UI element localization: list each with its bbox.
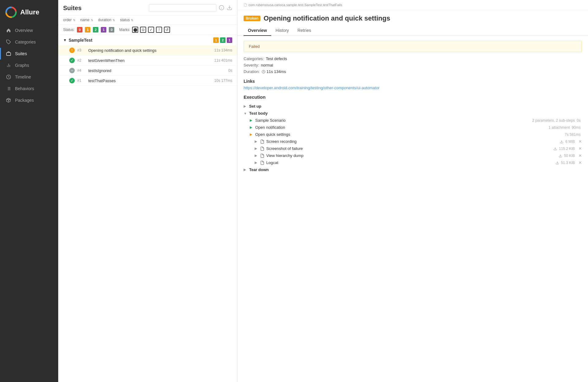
test-row[interactable]: ✓ #1 testThatPasses 10s 177ms bbox=[58, 76, 237, 86]
attachment-screenshot-failure[interactable]: ▶ Screenshot of failure 115.2 KiB ✕ bbox=[244, 145, 582, 152]
svg-line-13 bbox=[8, 99, 9, 100]
col-status[interactable]: status ⇅ bbox=[120, 18, 133, 22]
sidebar-item-categories[interactable]: Categories bbox=[0, 36, 58, 48]
attachment-name: Screenshot of failure bbox=[266, 146, 552, 151]
attachment-view-hierarchy[interactable]: ▶ View hierarchy dump 50 KiB ✕ bbox=[244, 152, 582, 159]
allure-logo-icon bbox=[5, 6, 17, 18]
attachment-size: 51.3 KiB bbox=[561, 161, 575, 165]
sidebar: Allure Overview Categories Suites Graphs bbox=[0, 0, 58, 382]
test-row[interactable]: ✓ #2 testGivenWhenThen 11s 401ms bbox=[58, 55, 237, 66]
app-name: Allure bbox=[20, 8, 39, 16]
status-badge-unknown[interactable]: 0 bbox=[109, 27, 114, 32]
links-section: Links https://developer.android.com/trai… bbox=[244, 79, 582, 90]
setup-row[interactable]: ▶ Set up bbox=[244, 103, 582, 110]
attachment-size: 6 MiB bbox=[565, 139, 575, 144]
mark-muted[interactable]: ⊙ bbox=[140, 27, 146, 33]
test-number: #2 bbox=[77, 58, 86, 63]
chevron-right-icon: ▶ bbox=[250, 125, 253, 129]
marks-bar: Marks: ⬤ ⊙ ✓ ! ↺ bbox=[119, 27, 170, 33]
col-name[interactable]: name ⇅ bbox=[80, 18, 93, 22]
sidebar-item-overview[interactable]: Overview bbox=[0, 25, 58, 36]
teardown-row[interactable]: ▶ Tear down bbox=[244, 166, 582, 173]
suite-group-header[interactable]: ▼ SampleTest 1 2 1 bbox=[58, 35, 237, 45]
suite-group: ▼ SampleTest 1 2 1 ! #3 Opening notifica… bbox=[58, 35, 237, 86]
exec-step-duration: 0s bbox=[577, 118, 582, 123]
suite-badges: 1 2 1 bbox=[213, 37, 232, 43]
download-icon[interactable] bbox=[227, 5, 232, 11]
download-icon bbox=[556, 161, 559, 165]
exec-step-open-quick-settings[interactable]: ▶ Open quick settings 7s 581ms bbox=[244, 131, 582, 138]
close-icon[interactable]: ✕ bbox=[579, 153, 582, 158]
exec-step-open-notification[interactable]: ▶ Open notification 1 attachment 90ms bbox=[244, 124, 582, 131]
tag-icon bbox=[6, 39, 11, 45]
mark-known[interactable]: ✓ bbox=[148, 27, 154, 33]
close-icon[interactable]: ✕ bbox=[579, 139, 582, 144]
attachment-name: Screen recording bbox=[266, 139, 558, 144]
sort-duration-icon: ⇅ bbox=[112, 18, 115, 22]
test-duration: 10s 177ms bbox=[214, 78, 232, 83]
test-duration: 0s bbox=[228, 68, 232, 73]
sidebar-item-packages-label: Packages bbox=[15, 98, 34, 103]
detail-title-row: Broken Opening notification and quick se… bbox=[244, 14, 582, 22]
close-icon[interactable]: ✕ bbox=[579, 160, 582, 165]
sidebar-item-graphs[interactable]: Graphs bbox=[0, 59, 58, 71]
breadcrumb: com.rubensousa.carioca.sample.test.Sampl… bbox=[237, 0, 588, 10]
chevron-right-icon: ▶ bbox=[244, 104, 247, 108]
detail-panel: com.rubensousa.carioca.sample.test.Sampl… bbox=[237, 0, 588, 382]
sidebar-item-timeline[interactable]: Timeline bbox=[0, 71, 58, 83]
detail-tabs: Overview History Retries bbox=[237, 25, 588, 36]
info-icon[interactable] bbox=[219, 5, 224, 11]
file-icon bbox=[260, 161, 264, 165]
status-bar: Status: 0 1 2 1 0 Marks: ⬤ ⊙ ✓ ! ↺ bbox=[58, 25, 237, 35]
search-input[interactable] bbox=[149, 4, 216, 12]
categories-label: Categories: bbox=[244, 56, 264, 61]
status-badge-skipped[interactable]: 1 bbox=[101, 27, 106, 32]
broken-status-icon: ! bbox=[69, 48, 75, 53]
execution-section: Execution ▶ Set up ▼ Test body ▶ Sample … bbox=[244, 94, 582, 173]
link-url[interactable]: https://developer.android.com/training/t… bbox=[244, 86, 380, 90]
tab-overview[interactable]: Overview bbox=[244, 25, 271, 36]
col-order-label: order bbox=[63, 18, 72, 22]
attachment-screen-recording[interactable]: ▶ Screen recording 6 MiB ✕ bbox=[244, 138, 582, 145]
status-badge-broken[interactable]: 1 bbox=[85, 27, 90, 32]
chevron-right-icon: ▶ bbox=[250, 118, 253, 122]
exec-step-name: Sample Scenario bbox=[255, 118, 529, 123]
chevron-right-icon: ▶ bbox=[255, 139, 258, 143]
suites-toolbar: order ⇅ name ⇅ duration ⇅ status ⇅ bbox=[58, 15, 237, 25]
mark-important[interactable]: ! bbox=[156, 27, 162, 33]
mark-flaky[interactable]: ⬤ bbox=[132, 27, 138, 33]
sidebar-item-graphs-label: Graphs bbox=[15, 63, 29, 68]
test-name: testIsIgnored bbox=[88, 68, 226, 73]
duration-label: Duration: bbox=[244, 69, 260, 74]
exec-step-sub: 2 parameters, 2 sub-steps bbox=[532, 118, 575, 123]
sidebar-item-behaviors[interactable]: Behaviors bbox=[0, 83, 58, 94]
exec-step-name: Open notification bbox=[255, 125, 545, 130]
broken-badge: Broken bbox=[244, 16, 260, 21]
sidebar-item-overview-label: Overview bbox=[15, 28, 33, 33]
teardown-label: Tear down bbox=[249, 167, 269, 172]
exec-step-duration: 90ms bbox=[572, 125, 582, 130]
clock-small-icon bbox=[262, 70, 265, 74]
tab-history[interactable]: History bbox=[271, 25, 293, 36]
col-duration[interactable]: duration ⇅ bbox=[98, 18, 115, 22]
passed-status-icon: ✓ bbox=[69, 78, 75, 83]
attachment-logcat[interactable]: ▶ Logcat 51.3 KiB ✕ bbox=[244, 159, 582, 166]
links-title: Links bbox=[244, 79, 582, 84]
sidebar-item-packages[interactable]: Packages bbox=[0, 94, 58, 106]
col-order[interactable]: order ⇅ bbox=[63, 18, 75, 22]
test-body-row[interactable]: ▼ Test body bbox=[244, 110, 582, 117]
sidebar-item-suites[interactable]: Suites bbox=[0, 48, 58, 59]
status-badge-passed[interactable]: 2 bbox=[93, 27, 98, 32]
clock-icon bbox=[6, 74, 11, 80]
meta-duration-row: Duration: 11s 134ms bbox=[244, 69, 582, 74]
severity-label: Severity: bbox=[244, 63, 259, 67]
tab-retries[interactable]: Retries bbox=[293, 25, 315, 36]
test-row[interactable]: ! #3 Opening notification and quick sett… bbox=[58, 45, 237, 55]
test-row[interactable]: – #4 testIsIgnored 0s bbox=[58, 66, 237, 76]
svg-rect-2 bbox=[6, 53, 10, 55]
app-logo: Allure bbox=[0, 3, 58, 25]
exec-step-sample-scenario[interactable]: ▶ Sample Scenario 2 parameters, 2 sub-st… bbox=[244, 117, 582, 124]
close-icon[interactable]: ✕ bbox=[579, 146, 582, 151]
status-badge-failed[interactable]: 0 bbox=[77, 27, 82, 32]
mark-retry[interactable]: ↺ bbox=[164, 27, 170, 33]
